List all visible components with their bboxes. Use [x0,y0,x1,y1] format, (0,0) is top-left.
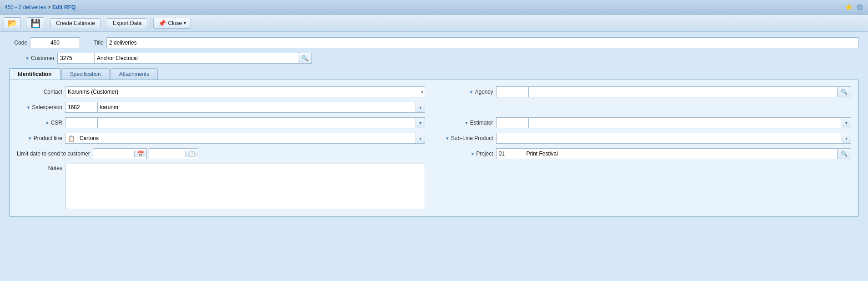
help-icon[interactable]: ⚙ [856,2,863,12]
toolbar-separator-2 [47,18,47,29]
salesperson-row: ▼ Salesperson ▾ [17,102,425,113]
star-icon[interactable]: ★ [844,1,853,13]
subline-label-wrap: ▼ Sub-Line Product [443,135,493,141]
project-code-input[interactable] [497,149,524,159]
customer-row: ▼ Customer 🔍 [9,53,859,64]
tab-attachments-label: Attachments [119,71,150,77]
contact-select[interactable]: Karunms (Customer) [65,86,425,97]
breadcrumb-separator: > [48,4,52,10]
customer-field-group: 🔍 [57,53,312,64]
contact-select-wrapper: Karunms (Customer) ▾ [65,86,425,97]
subline-field-group: ▾ [496,133,852,144]
title-section: Title [89,37,859,48]
csr-name-input[interactable] [98,118,416,128]
customer-label-wrap: ▼ Customer [9,55,55,61]
subline-row: ▼ Sub-Line Product ▾ [443,133,852,144]
save-icon: 💾 [30,19,40,28]
export-data-label: Export Data [113,20,141,26]
agency-field-group: 🔍 [496,86,852,97]
project-search-button[interactable]: 🔍 [837,149,851,159]
product-line-input[interactable] [77,134,416,142]
salesperson-label: Salesperson [32,104,62,110]
project-label-wrap: ▼ Project [443,151,493,157]
project-name-input[interactable] [524,149,838,159]
contact-row: Contact Karunms (Customer) ▾ [17,86,425,97]
customer-triangle-icon: ▼ [25,56,30,61]
code-input[interactable] [30,37,80,48]
close-pin-icon: 📌 [158,20,166,27]
customer-name-input[interactable] [95,53,298,63]
estimator-label: Estimator [470,120,493,126]
agency-search-button[interactable]: 🔍 [837,87,851,97]
product-line-label: Product line [34,135,62,141]
create-estimate-button[interactable]: Create Estimate [50,18,101,28]
estimator-name-input[interactable] [529,118,842,128]
tab-form-grid: Contact Karunms (Customer) ▾ ▼ Agency [17,86,851,209]
product-line-row: ▼ Product line 📋 ▾ [17,133,425,144]
calendar-button[interactable]: 📅 [134,151,146,157]
subline-triangle-icon: ▼ [445,136,450,141]
agency-row: ▼ Agency 🔍 [443,86,852,97]
toolbar-separator-1 [24,18,24,29]
toolbar-separator-3 [104,18,104,29]
csr-label-wrap: ▼ CSR [17,120,62,126]
salesperson-name-input[interactable] [98,102,416,112]
project-triangle-icon: ▼ [470,151,475,156]
estimator-field-group: ▾ [496,117,852,128]
estimator-triangle-icon: ▼ [464,120,469,125]
product-line-triangle-icon: ▼ [28,136,32,141]
project-search-icon: 🔍 [841,151,848,157]
customer-search-icon: 🔍 [301,55,308,61]
tab-specification[interactable]: Specification [61,68,110,80]
agency-name-input[interactable] [529,87,838,97]
csr-field-group: ▾ [65,117,425,128]
csr-label: CSR [51,120,62,126]
limit-time-input[interactable] [149,150,186,158]
salesperson-dropdown-button[interactable]: ▾ [416,102,425,112]
customer-search-button[interactable]: 🔍 [298,53,311,63]
breadcrumb-current: Edit RFQ [52,4,75,10]
notes-textarea[interactable] [65,164,425,209]
tab-attachments[interactable]: Attachments [110,68,158,80]
right-empty-1 [443,102,852,113]
estimator-code-input[interactable] [497,118,528,128]
clock-button[interactable]: 🕐 [186,151,198,157]
subline-input[interactable] [497,134,842,142]
agency-label-wrap: ▼ Agency [443,89,493,95]
project-field-group: 🔍 [496,148,852,159]
tab-identification-label: Identification [18,71,52,77]
csr-dropdown-button[interactable]: ▾ [416,118,425,128]
open-button[interactable]: 📂 [4,17,21,29]
breadcrumb-link[interactable]: 450 - 2 deliveries [5,4,46,10]
subline-dropdown-button[interactable]: ▾ [842,133,851,143]
title-input[interactable] [106,37,859,48]
code-section: Code [9,37,80,48]
product-line-dropdown-button[interactable]: ▾ [416,133,425,143]
code-title-row: Code Title [9,37,859,48]
csr-code-input[interactable] [65,118,97,128]
main-content: Code Title ▼ Customer 🔍 Identification S… [0,32,868,222]
csr-triangle-icon: ▼ [45,120,50,125]
limit-date-label: Limit date to send to customer [17,151,90,157]
close-button[interactable]: 📌 Close ▾ [153,18,191,29]
estimator-dropdown-button[interactable]: ▾ [842,118,851,128]
salesperson-label-wrap: ▼ Salesperson [17,104,62,110]
limit-date-row: Limit date to send to customer 📅 🕐 [17,148,425,159]
customer-code-input[interactable] [58,53,94,63]
create-estimate-label: Create Estimate [56,20,95,26]
project-label: Project [476,151,493,157]
export-data-button[interactable]: Export Data [107,18,147,28]
save-button[interactable]: 💾 [27,17,44,29]
product-line-label-wrap: ▼ Product line [17,135,62,141]
estimator-label-wrap: ▼ Estimator [443,120,493,126]
breadcrumb: 450 - 2 deliveries > Edit RFQ [5,4,75,10]
salesperson-code-input[interactable] [65,102,97,112]
agency-search-icon: 🔍 [841,89,848,95]
agency-code-input[interactable] [497,87,528,97]
clock-icon: 🕐 [188,151,196,157]
salesperson-triangle-icon: ▼ [26,105,30,110]
tab-identification[interactable]: Identification [9,68,60,80]
time-input-wrap: 🕐 [149,148,198,159]
limit-date-input[interactable] [93,150,134,158]
notes-label: Notes [17,164,62,171]
